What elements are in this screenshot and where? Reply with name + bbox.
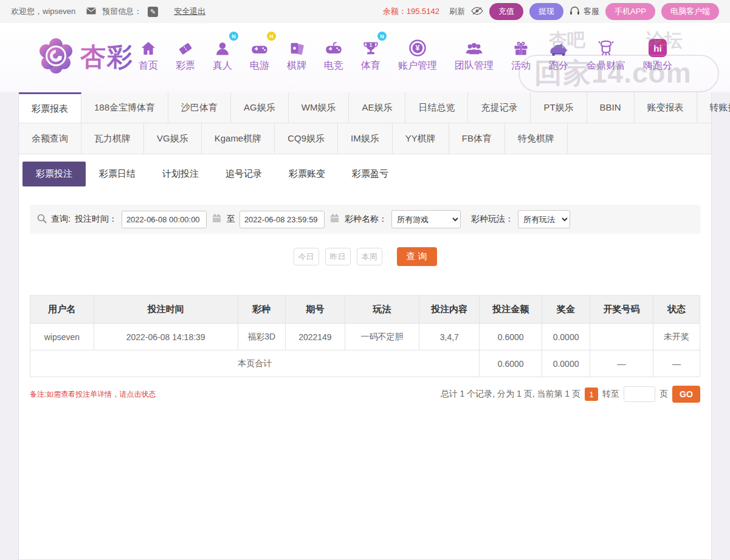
tab-im-entertainment[interactable]: IM娱乐 [338, 123, 393, 154]
service-link[interactable]: 客服 [584, 6, 599, 17]
yesterday-button[interactable]: 昨日 [325, 248, 351, 265]
lottery-name-select[interactable]: 所有游戏 [391, 210, 461, 228]
tab-188jbb-sports[interactable]: 188金宝博体育 [81, 92, 168, 123]
recharge-button[interactable]: 充值 [489, 3, 523, 20]
bets-table: 用户名 投注时间 彩种 期号 玩法 投注内容 投注金额 奖金 开奖号码 状态 w… [30, 295, 700, 377]
tab-vg-entertainment[interactable]: VG娱乐 [144, 123, 202, 154]
summary-status-dash: — [653, 350, 700, 377]
new-badge: N [229, 32, 238, 41]
go-button[interactable]: GO [672, 386, 700, 403]
tab-cq9-entertainment[interactable]: CQ9娱乐 [275, 123, 338, 154]
nav-sports[interactable]: 1 N 体育 [361, 34, 380, 72]
goto-label: 转至 [602, 389, 619, 400]
headphones-icon[interactable] [570, 6, 580, 17]
pc-client-button[interactable]: 电脑客户端 [661, 3, 719, 20]
cell-lottery: 福彩3D [238, 324, 285, 350]
tab-pt-entertainment[interactable]: PT娱乐 [531, 92, 587, 123]
site-logo[interactable]: 杏彩 [38, 38, 134, 77]
tab-deposit-withdraw-records[interactable]: 充提记录 [468, 92, 531, 123]
svg-text:1: 1 [370, 43, 373, 48]
site-header: 杏彩 首页 彩票 N 真人 H 电游 [0, 23, 730, 92]
tab-wali-chess[interactable]: 瓦力棋牌 [81, 123, 144, 154]
summary-prize-total: 0.0000 [542, 350, 590, 377]
tab-tetu-chess[interactable]: 特兔棋牌 [505, 123, 568, 154]
nav-home[interactable]: 首页 [139, 34, 158, 72]
tab-wm-entertainment[interactable]: WM娱乐 [289, 92, 350, 123]
col-username: 用户名 [30, 296, 94, 324]
cell-bet-amount: 0.6000 [480, 324, 542, 350]
search-button[interactable]: 查 询 [397, 247, 437, 266]
calendar-icon[interactable] [212, 214, 221, 225]
nav-promos[interactable]: 活动 [511, 34, 531, 72]
pagination: 总计 1 个记录, 分为 1 页, 当前第 1 页 1 转至 页 GO [441, 386, 700, 403]
topbar: 欢迎您，wipseven 预留信息： ✎ 安全退出 余额：195.5142 刷新… [0, 0, 730, 23]
cell-status-link[interactable]: 未开奖 [653, 324, 700, 350]
tab-yy-chess[interactable]: YY棋牌 [393, 123, 449, 154]
nav-egames[interactable]: H 电游 [250, 34, 269, 72]
lottery-subtabs: 彩票投注 彩票日结 计划投注 追号记录 彩票账变 彩票盈亏 [22, 162, 711, 186]
subtab-lottery-account-change[interactable]: 彩票账变 [275, 162, 339, 186]
refresh-link[interactable]: 刷新 [449, 6, 465, 17]
subtab-chase-records[interactable]: 追号记录 [212, 162, 275, 186]
logout-link[interactable]: 安全退出 [174, 6, 205, 17]
esports-gamepad-icon [325, 34, 343, 57]
subtab-lottery-pnl[interactable]: 彩票盈亏 [339, 162, 402, 186]
time-to-input[interactable] [239, 211, 325, 228]
nav-chess[interactable]: 棋牌 [287, 34, 306, 72]
tab-account-change-report[interactable]: 账变报表 [635, 92, 697, 123]
tab-kgame-chess[interactable]: Kgame棋牌 [202, 123, 275, 154]
live-person-icon: N [214, 34, 231, 57]
ticket-icon [177, 34, 194, 57]
summary-draw-dash: — [590, 350, 653, 377]
tab-balance-query[interactable]: 余额查询 [19, 123, 81, 154]
tab-ag-entertainment[interactable]: AG娱乐 [231, 92, 289, 123]
play-select[interactable]: 所有玩法 [518, 210, 570, 228]
nav-esports[interactable]: 电竞 [324, 34, 343, 72]
goto-page-input[interactable] [624, 386, 655, 402]
subtab-lottery-daily[interactable]: 彩票日结 [86, 162, 149, 186]
time-from-input[interactable] [122, 211, 207, 228]
envelope-icon[interactable] [86, 7, 96, 16]
hot-badge: H [267, 32, 276, 41]
nav-live[interactable]: N 真人 [213, 34, 232, 72]
subtab-plan-bets[interactable]: 计划投注 [149, 162, 212, 186]
withdraw-button[interactable]: 提现 [529, 3, 563, 20]
edit-icon[interactable]: ✎ [148, 7, 158, 17]
rhino-icon [548, 34, 569, 57]
nav-team-mgmt[interactable]: 团队管理 [455, 34, 494, 72]
cell-bet-time: 2022-06-08 14:18:39 [94, 324, 238, 350]
col-bet-amount: 投注金额 [480, 296, 542, 324]
play-label: 彩种玩法： [471, 214, 514, 225]
tab-bbin[interactable]: BBIN [587, 92, 635, 123]
tab-daily-summary[interactable]: 日结总览 [405, 92, 468, 123]
tab-fb-sports[interactable]: FB体育 [449, 123, 505, 154]
tab-ae-entertainment[interactable]: AE娱乐 [349, 92, 405, 123]
tab-shaba-sports[interactable]: 沙巴体育 [168, 92, 231, 123]
page-1-button[interactable]: 1 [585, 388, 598, 401]
this-week-button[interactable]: 本周 [357, 248, 382, 265]
nav-account-mgmt[interactable]: ¥ 账户管理 [398, 34, 437, 72]
today-button[interactable]: 今日 [294, 248, 319, 265]
nav-paofen[interactable]: 跑分 [548, 34, 569, 72]
cell-prize: 0.0000 [542, 324, 590, 350]
col-issue: 期号 [285, 296, 345, 324]
summary-label: 本页合计 [30, 350, 480, 377]
team-icon [465, 34, 483, 57]
nav-hi-paofen[interactable]: hi 嗨跑分 [643, 34, 672, 72]
mobile-app-button[interactable]: 手机APP [605, 3, 655, 20]
col-draw-number: 开奖号码 [590, 296, 653, 324]
nav-jinding-wealth[interactable]: 金鼎财富 [587, 34, 625, 72]
svg-text:¥: ¥ [416, 44, 420, 52]
cell-issue: 2022149 [285, 324, 345, 350]
calendar-icon[interactable] [330, 214, 339, 225]
tab-transfer-report[interactable]: 转账报表 [697, 92, 730, 123]
main-panel: 彩票报表 188金宝博体育 沙巴体育 AG娱乐 WM娱乐 AE娱乐 日结总览 充… [18, 92, 712, 560]
bet-time-label: 投注时间： [75, 214, 117, 225]
query-label: 查询: [51, 214, 71, 225]
tab-lottery-report[interactable]: 彩票报表 [19, 92, 81, 123]
gift-icon [512, 34, 529, 57]
eye-slash-icon[interactable] [471, 7, 483, 17]
nav-lottery[interactable]: 彩票 [176, 34, 195, 72]
cell-play: 一码不定胆 [345, 324, 419, 350]
subtab-lottery-bets[interactable]: 彩票投注 [22, 162, 86, 186]
